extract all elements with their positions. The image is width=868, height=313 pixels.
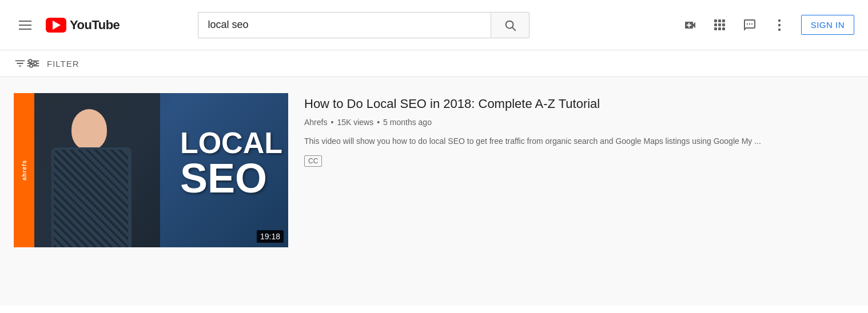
svg-point-10 [30, 65, 33, 67]
header-icons: SIGN IN [678, 13, 854, 38]
header: YouTube [0, 0, 868, 50]
video-thumbnail[interactable]: ahrefs LOCAL SEO [14, 93, 288, 247]
video-description: This video will show you how to do local… [304, 135, 773, 147]
svg-point-8 [29, 59, 31, 62]
apps-button[interactable] [707, 13, 732, 38]
meta-separator-1: • [331, 118, 333, 127]
thumbnail-orange-bar: ahrefs [14, 93, 34, 247]
filter-icon [14, 57, 40, 70]
thumbnail-background: ahrefs LOCAL SEO [14, 93, 288, 247]
filter-bar: FILTER [0, 50, 868, 77]
upload-date: 5 months ago [383, 118, 432, 127]
grid-icon [714, 19, 725, 30]
header-left: YouTube [14, 14, 120, 37]
filter-label[interactable]: FILTER [47, 59, 79, 69]
logo-text: YouTube [70, 18, 120, 33]
video-title[interactable]: How to Do Local SEO in 2018: Complete A-… [304, 95, 814, 113]
youtube-icon [46, 18, 66, 33]
search-area [198, 12, 529, 38]
svg-point-4 [778, 28, 780, 30]
thumbnail-seo-text: SEO [180, 158, 282, 199]
search-icon [504, 19, 516, 31]
add-video-button[interactable] [678, 13, 703, 38]
svg-point-3 [778, 23, 780, 26]
thumbnail-brand-text: ahrefs [21, 160, 27, 180]
video-info: How to Do Local SEO in 2018: Complete A-… [304, 93, 814, 247]
filter-sliders-icon [14, 57, 26, 70]
cc-badge: CC [304, 155, 322, 167]
play-triangle-icon [53, 21, 61, 30]
thumbnail-local-text: LOCAL [180, 128, 282, 158]
meta-separator-2: • [377, 118, 380, 127]
video-meta: Ahrefs • 15K views • 5 months ago [304, 118, 814, 127]
search-input[interactable] [198, 12, 491, 38]
duration-badge: 19:18 [257, 230, 284, 243]
youtube-logo[interactable]: YouTube [46, 18, 120, 33]
video-result: ahrefs LOCAL SEO [14, 93, 814, 247]
sign-in-button[interactable]: SIGN IN [801, 15, 854, 35]
messages-icon [743, 18, 756, 32]
messages-button[interactable] [737, 13, 762, 38]
search-button[interactable] [491, 12, 529, 38]
view-count: 15K views [337, 118, 373, 127]
add-video-icon [683, 18, 697, 32]
svg-line-1 [513, 27, 516, 30]
channel-name[interactable]: Ahrefs [304, 118, 327, 127]
more-icon [778, 18, 781, 32]
thumbnail-text-area: LOCAL SEO [180, 128, 282, 199]
results-area: ahrefs LOCAL SEO [0, 77, 868, 306]
filter-adjust-icon [26, 58, 40, 69]
more-button[interactable] [767, 13, 792, 38]
svg-point-9 [34, 62, 37, 65]
hamburger-icon [14, 16, 36, 34]
svg-point-2 [778, 19, 780, 21]
thumbnail-person-area [34, 93, 160, 247]
menu-button[interactable] [14, 14, 37, 37]
